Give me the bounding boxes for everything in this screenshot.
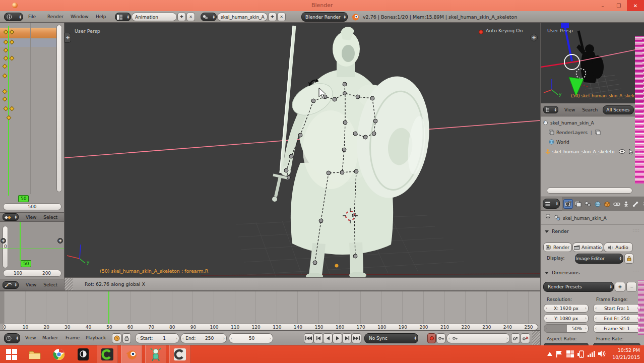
dimensions-section-grip[interactable]: :::: — [632, 270, 640, 274]
keyframe-diamond[interactable] — [4, 106, 9, 111]
selectability-cursor-icon[interactable] — [628, 149, 633, 155]
viewport-right-region-tab[interactable]: ✚ — [530, 34, 538, 41]
tray-network-icon[interactable] — [588, 350, 595, 358]
render-audio-button[interactable]: Audio — [604, 243, 633, 252]
scene-field[interactable]: skel_human_skin_A — [217, 13, 268, 21]
dopesheet-hscrollbar[interactable]: 500 — [3, 203, 61, 210]
start-frame-field[interactable]: Start:1 — [135, 333, 179, 343]
keyframe-diamond[interactable] — [3, 89, 8, 94]
render-animation-button[interactable]: Animatio — [572, 243, 603, 252]
end-frame-field[interactable]: End:250 — [180, 333, 227, 343]
timeline-menu-frame[interactable]: Frame — [66, 335, 80, 340]
tray-device-icon[interactable] — [577, 350, 584, 359]
outliner-editor-dropdown[interactable]: ▲▼ — [543, 106, 558, 113]
render-section-grip[interactable]: :::: — [632, 228, 640, 233]
add-scene-button[interactable]: ✚ — [268, 13, 277, 21]
tab-render[interactable] — [563, 199, 573, 209]
taskbar-dark-app[interactable] — [73, 345, 94, 363]
close-button[interactable]: ✕ — [627, 0, 644, 11]
outliner-row-armature[interactable]: skel_human_skin_A_skeleto — [541, 147, 644, 156]
delete-scene-button[interactable]: ✕ — [277, 13, 286, 21]
screen-layout-icon-dropdown[interactable]: ▲▼ — [115, 13, 131, 21]
graph-menu-view[interactable]: View — [26, 282, 36, 287]
timeline-menu-marker[interactable]: Marker — [42, 335, 58, 340]
timeline-menu-playback[interactable]: Playback — [86, 335, 106, 340]
current-frame-field[interactable]: 50 — [229, 333, 273, 343]
add-layout-button[interactable]: ✚ — [177, 13, 186, 21]
play-button[interactable] — [333, 333, 342, 343]
outliner-row-renderlayers[interactable]: RenderLayers | — [541, 128, 644, 137]
time-display-toggle-button[interactable] — [112, 333, 121, 343]
pin-icon[interactable] — [545, 214, 551, 221]
keying-set-combo[interactable] — [446, 333, 510, 343]
render-section-title[interactable]: Render — [552, 228, 569, 234]
tab-constraints[interactable] — [612, 199, 621, 209]
resolution-percentage-slider[interactable]: 50% — [544, 324, 589, 333]
maximize-button[interactable]: ❐ — [611, 0, 627, 11]
outliner-hscrollbar[interactable] — [547, 188, 632, 194]
dimensions-section-title[interactable]: Dimensions — [552, 270, 579, 275]
keyframe-diamond[interactable] — [3, 74, 8, 79]
render-button[interactable]: Render — [543, 243, 572, 252]
outliner-row-world[interactable]: World — [541, 138, 644, 146]
graph-mode-dropdown[interactable]: ▲▼ — [3, 281, 19, 289]
tab-render-layers[interactable] — [573, 199, 583, 209]
tab-data[interactable] — [640, 199, 644, 209]
render-section-arrow[interactable] — [545, 230, 549, 233]
sync-dropdown[interactable]: No Sync ▲▼ — [364, 333, 418, 343]
keyframe-diamond[interactable] — [4, 56, 9, 61]
graph-editor-panel[interactable]: 0 ✚ ✚ 50 100 200 — [0, 222, 65, 279]
tray-show-hidden-icon[interactable] — [547, 352, 552, 357]
keyframe-diamond[interactable] — [3, 97, 8, 102]
frame-step-field[interactable]: Frame St: 1 — [593, 324, 640, 333]
preset-add-button[interactable]: ✚ — [615, 282, 625, 292]
tray-app-icon[interactable] — [566, 350, 574, 358]
knight-model[interactable] — [272, 26, 435, 277]
menu-help[interactable]: Help — [96, 14, 106, 19]
jump-end-button[interactable] — [352, 333, 361, 343]
outliner-panel[interactable]: ▲▼ View Search All Scenes skel_human_ski… — [540, 103, 644, 197]
viewport-left-region-tab[interactable]: ✚ — [65, 33, 71, 43]
jump-start-button[interactable] — [304, 333, 313, 343]
taskbar-recorder[interactable] — [169, 345, 190, 363]
menu-window[interactable]: Window — [71, 14, 89, 19]
render-engine-dropdown[interactable]: Blender Render ▲▼ — [301, 12, 348, 22]
graph-left-panel-arrow[interactable]: ✚ — [1, 238, 6, 244]
viewport-header-corner[interactable] — [65, 278, 73, 290]
visibility-eye-icon[interactable] — [619, 149, 625, 154]
keyframe-diamond[interactable] — [4, 48, 9, 53]
timeline-editor-dropdown[interactable]: ▲▼ — [4, 333, 20, 343]
delete-layout-button[interactable]: ✕ — [186, 13, 195, 21]
editor-type-dropdown[interactable]: ▲▼ — [4, 13, 23, 21]
prev-keyframe-button[interactable] — [313, 333, 323, 343]
dopesheet-menu-view[interactable]: View — [26, 215, 36, 220]
timeline-panel[interactable]: 0102030405060708090100110120130140150160… — [0, 291, 540, 330]
tab-world[interactable] — [593, 199, 602, 209]
screen-layout-field[interactable]: Animation — [132, 13, 177, 21]
frame-end-field[interactable]: End Fr: 250 — [593, 314, 640, 323]
play-reverse-button[interactable] — [323, 333, 333, 343]
autokey-record-button[interactable] — [427, 333, 436, 343]
tab-bone[interactable] — [631, 199, 640, 209]
taskbar-mmd-app[interactable] — [145, 345, 166, 363]
insert-keyframe-button[interactable] — [511, 333, 520, 343]
tray-action-center-icon[interactable] — [556, 350, 562, 358]
tray-volume-icon[interactable] — [598, 350, 606, 358]
frame-start-field[interactable]: Start Fra: 1 — [593, 304, 640, 313]
taskbar-camtasia[interactable] — [97, 345, 118, 363]
tab-armature[interactable] — [621, 199, 631, 209]
delete-keyframe-button[interactable] — [521, 333, 530, 343]
menu-file[interactable]: File — [28, 14, 36, 19]
timeline-corner-grip[interactable] — [532, 331, 540, 345]
menu-render[interactable]: Render — [47, 14, 63, 19]
keyframe-diamond[interactable] — [3, 64, 8, 69]
outliner-filter-dropdown[interactable]: All Scenes — [603, 105, 634, 114]
dopesheet-mode-dropdown[interactable]: ▲▼ — [3, 213, 19, 221]
dopesheet-menu-select[interactable]: Select — [43, 215, 57, 220]
render-presets-dropdown[interactable]: Render Presets ▲▼ — [543, 282, 614, 292]
timeline-ruler[interactable]: 0102030405060708090100110120130140150160… — [2, 324, 538, 330]
properties-editor-dropdown[interactable]: ▲▼ — [543, 199, 560, 209]
properties-panel[interactable]: ▲▼ skel_human_skin_A Render :::: Render — [540, 197, 644, 345]
keyframe-diamond[interactable] — [10, 56, 15, 61]
graph-hscrollbar[interactable]: 100 200 — [3, 270, 61, 277]
